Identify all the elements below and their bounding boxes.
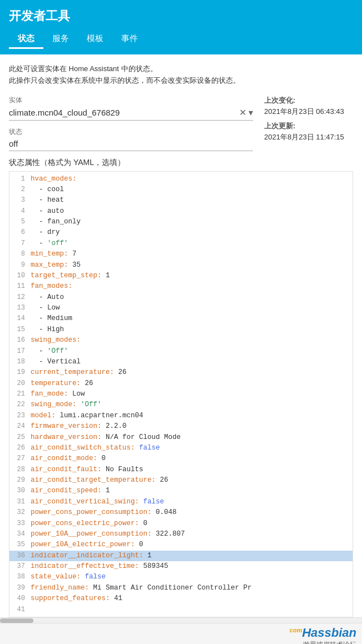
code-line: 9max_temp: 35 — [9, 260, 353, 271]
code-line: 11fan_modes: — [9, 281, 353, 292]
attributes-title: 状态属性（格式为 YAML，选填） — [9, 158, 353, 168]
entity-label: 实体 — [9, 96, 253, 105]
code-line: 4 - auto — [9, 206, 353, 217]
code-line: 41 — [9, 605, 353, 615]
code-line: 23model: lumi.acpartner.mcn04 — [9, 411, 353, 421]
code-line: 30air_condit_speed: 1 — [9, 486, 353, 496]
code-line: 36indicator__indicator_light: 1 — [9, 551, 353, 561]
code-line: 14 - Medium — [9, 313, 353, 324]
code-line: 6 - dry — [9, 227, 353, 238]
tab-status[interactable]: 状态 — [9, 30, 43, 49]
last-updated-value: 2021年8月23日 11:47:15 — [264, 132, 353, 142]
meta-section: 上次变化: 2021年8月23日 06:43:43 上次更新: 2021年8月2… — [264, 96, 353, 151]
description-line1: 此处可设置实体在 Home Assistant 中的状态。 — [9, 63, 353, 75]
last-changed-label: 上次变化: — [264, 96, 353, 106]
code-line: 21fan_mode: Low — [9, 389, 353, 400]
code-line: 39friendly_name: Mi Smart Air Conditione… — [9, 583, 353, 593]
code-line: 5 - fan_only — [9, 217, 353, 227]
code-line: 10target_temp_step: 1 — [9, 271, 353, 281]
code-line: 19current_temperature: 26 — [9, 367, 353, 378]
code-line: 34power_10A__power_consumption: 322.807 — [9, 529, 353, 540]
tab-services[interactable]: 服务 — [43, 30, 78, 49]
code-line: 12 - Auto — [9, 292, 353, 303]
entity-input[interactable] — [9, 108, 239, 117]
entity-input-wrap: ✕ ▾ — [9, 107, 253, 121]
tab-templates[interactable]: 模板 — [78, 30, 112, 49]
entity-field-icons[interactable]: ✕ ▾ — [239, 107, 253, 118]
header: 开发者工具 状态 服务 模板 事件 — [0, 0, 362, 54]
tab-events[interactable]: 事件 — [112, 30, 147, 49]
code-line: 27air_condit_mode: 0 — [9, 453, 353, 464]
code-line: 22swing_mode: 'Off' — [9, 400, 353, 410]
code-line: 16swing_modes: — [9, 335, 353, 346]
code-line: 32power_cons_power_consumption: 0.048 — [9, 507, 353, 518]
nav-tabs: 状态 服务 模板 事件 — [9, 30, 353, 49]
code-line: 18 - Vertical — [9, 357, 353, 367]
code-line: 8min_temp: 7 — [9, 249, 353, 259]
state-value: off — [9, 139, 253, 151]
code-line: 35power_10A_electric_power: 0 — [9, 540, 353, 550]
logo-com: com — [290, 627, 303, 633]
code-line: 38state_value: false — [9, 572, 353, 582]
state-label: 状态 — [9, 127, 253, 137]
code-line: 17 - 'Off' — [9, 346, 353, 357]
entity-section: 实体 ✕ ▾ 状态 off — [9, 96, 253, 151]
form-section: 实体 ✕ ▾ 状态 off 上次变化: 2021年8月23日 06:43:43 … — [9, 96, 353, 151]
scrollbar-thumb[interactable] — [0, 618, 33, 623]
main-content: 此处可设置实体在 Home Assistant 中的状态。 此操作只会改变实体在… — [0, 54, 362, 617]
code-line: 3 - heat — [9, 195, 353, 206]
horizontal-scrollbar[interactable] — [0, 617, 362, 623]
code-line: 26air_condit_switch_status: false — [9, 443, 353, 453]
code-line: 40supported_features: 41 — [9, 593, 353, 604]
last-changed-value: 2021年8月23日 06:43:43 — [264, 107, 353, 117]
clear-icon[interactable]: ✕ — [239, 107, 246, 118]
code-line: 1hvac_modes: — [9, 174, 353, 184]
code-line: 25hardware_version: N/A for Cloud Mode — [9, 432, 353, 443]
last-updated-label: 上次更新: — [264, 121, 353, 131]
description-line2: 此操作只会改变实体在系统中显示的状态，而不会改变实际设备的状态。 — [9, 75, 353, 87]
code-line: 33power_cons_electric_power: 0 — [9, 518, 353, 529]
footer-sub: 瀚思彼岸技术论坛 — [0, 640, 356, 644]
code-area: 1hvac_modes:2 - cool3 - heat4 - auto5 - … — [9, 171, 353, 618]
footer-watermark: comHassbian 瀚思彼岸技术论坛 — [0, 623, 362, 644]
code-line: 37indicator__effective_time: 589345 — [9, 561, 353, 572]
dropdown-icon[interactable]: ▾ — [249, 107, 253, 118]
code-line: 7 - 'off' — [9, 238, 353, 249]
description: 此处可设置实体在 Home Assistant 中的状态。 此操作只会改变实体在… — [9, 63, 353, 87]
app-title: 开发者工具 — [9, 8, 353, 24]
code-line: 20temperature: 26 — [9, 378, 353, 389]
code-line: 24firmware_version: 2.2.0 — [9, 421, 353, 432]
footer-logo: comHassbian — [0, 626, 356, 640]
code-line: 29air_condit_target_temperature: 26 — [9, 475, 353, 486]
code-line: 15 - High — [9, 325, 353, 335]
code-line: 2 - cool — [9, 184, 353, 195]
code-line: 13 - Low — [9, 303, 353, 313]
code-line: 31air_condit_vertical_swing: false — [9, 497, 353, 507]
code-line: 28air_condit_fault: No Faults — [9, 465, 353, 475]
